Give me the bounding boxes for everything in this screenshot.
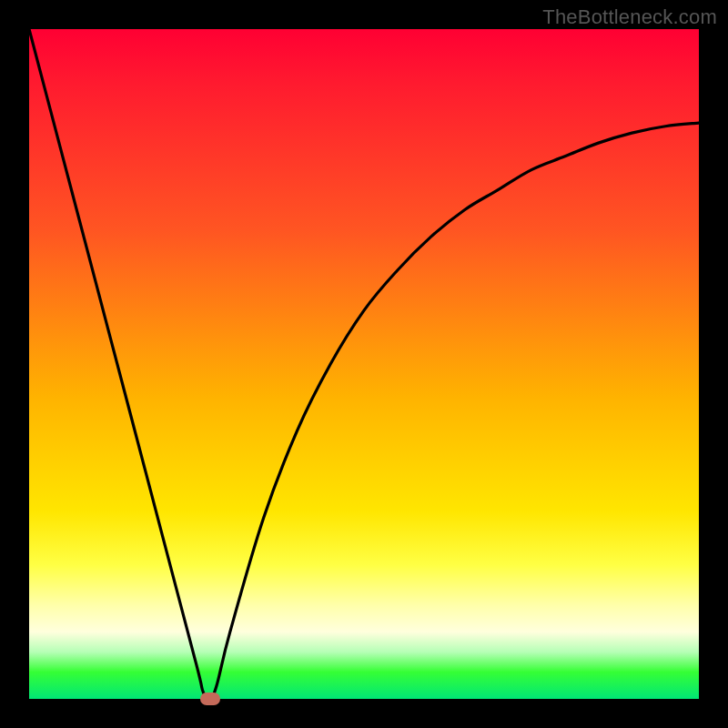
curve-path — [29, 29, 699, 699]
watermark-text: TheBottleneck.com — [542, 5, 717, 29]
chart-frame: TheBottleneck.com — [0, 0, 728, 728]
plot-area — [29, 29, 699, 699]
bottleneck-curve — [29, 29, 699, 699]
minimum-marker — [200, 693, 220, 705]
